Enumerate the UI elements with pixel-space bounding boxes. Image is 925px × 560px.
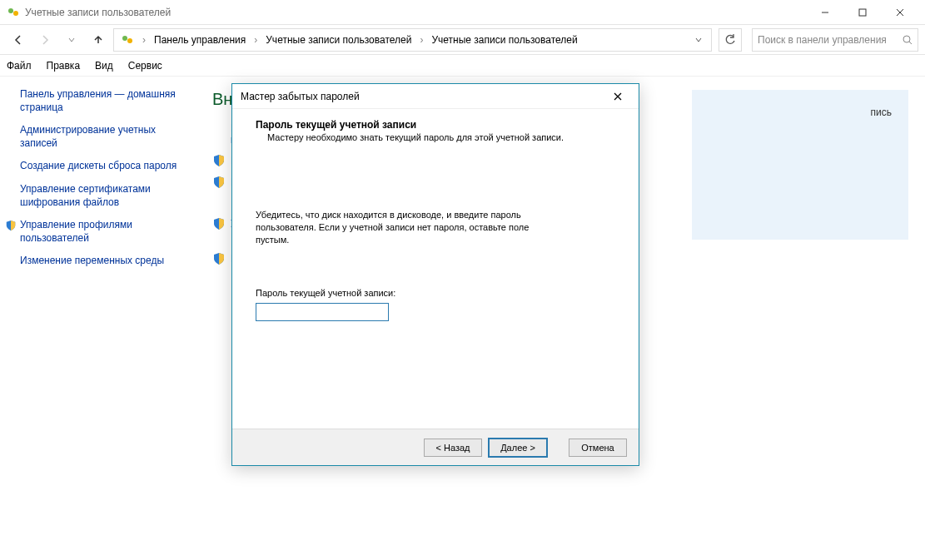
- search-icon: [903, 35, 913, 45]
- forward-button[interactable]: [33, 28, 57, 52]
- shield-icon: [5, 220, 17, 231]
- sidebar-item-reset-disk[interactable]: Создание дискеты сброса пароля: [20, 160, 187, 173]
- forgotten-password-wizard-dialog: Мастер забытых паролей Пароль текущей уч…: [231, 83, 639, 466]
- breadcrumb-item[interactable]: Учетные записи пользователей: [262, 32, 415, 47]
- svg-point-0: [8, 8, 13, 13]
- user-accounts-icon: [121, 33, 134, 47]
- svg-point-8: [903, 36, 910, 42]
- sidebar-item-admin[interactable]: Администрирование учетных записей: [20, 124, 187, 150]
- refresh-button[interactable]: [719, 28, 742, 52]
- user-accounts-icon: [7, 6, 20, 19]
- cancel-button[interactable]: Отмена: [569, 439, 627, 457]
- svg-line-9: [909, 42, 912, 44]
- shield-icon: [212, 176, 226, 189]
- dialog-footer: < Назад Далее > Отмена: [232, 429, 639, 465]
- account-info-panel: пись: [692, 90, 908, 240]
- menu-service[interactable]: Сервис: [128, 60, 162, 72]
- svg-point-1: [13, 11, 18, 16]
- maximize-button[interactable]: [843, 1, 881, 24]
- window-title: Учетные записи пользователей: [25, 7, 806, 18]
- password-input[interactable]: [256, 303, 389, 321]
- close-button[interactable]: [881, 1, 918, 24]
- svg-point-6: [122, 36, 127, 41]
- breadcrumb-item[interactable]: Панель управления: [151, 32, 249, 47]
- back-button[interactable]: < Назад: [424, 439, 482, 457]
- shield-icon: [212, 217, 226, 230]
- menu-bar: Файл Правка Вид Сервис: [0, 55, 925, 77]
- sidebar-item-profiles[interactable]: Управление профилями пользователей: [5, 219, 187, 245]
- account-type-label: пись: [709, 107, 892, 118]
- sidebar-item-certificates[interactable]: Управление сертификатами шифрования файл…: [20, 183, 187, 209]
- search-placeholder: Поиск в панели управления: [758, 34, 887, 46]
- chevron-right-icon[interactable]: ›: [141, 34, 147, 46]
- breadcrumb[interactable]: › Панель управления › Учетные записи пол…: [113, 28, 712, 52]
- sidebar-item-home[interactable]: Панель управления — домашняя страница: [20, 88, 187, 114]
- menu-view[interactable]: Вид: [95, 60, 113, 72]
- recent-dropdown[interactable]: [60, 28, 83, 52]
- chevron-right-icon[interactable]: ›: [418, 34, 425, 46]
- svg-point-7: [127, 38, 132, 43]
- up-button[interactable]: [87, 28, 110, 52]
- dialog-instruction: Убедитесь, что диск находится в дисковод…: [256, 209, 530, 246]
- chevron-right-icon[interactable]: ›: [252, 34, 259, 46]
- password-field-label: Пароль текущей учетной записи:: [256, 288, 615, 298]
- next-button[interactable]: Далее >: [489, 439, 547, 457]
- dialog-heading: Пароль текущей учетной записи: [256, 119, 615, 131]
- search-input[interactable]: Поиск в панели управления: [752, 28, 918, 52]
- sidebar: Панель управления — домашняя страница Ад…: [0, 77, 196, 560]
- dialog-title: Мастер забытых паролей: [241, 91, 605, 102]
- dialog-subtitle: Мастеру необходимо знать текущий пароль …: [267, 132, 615, 142]
- svg-rect-3: [859, 9, 866, 16]
- chevron-down-icon[interactable]: [694, 36, 703, 44]
- shield-icon: [212, 154, 226, 167]
- breadcrumb-item[interactable]: Учетные записи пользователей: [428, 32, 580, 47]
- sidebar-item-label: Управление профилями пользователей: [20, 219, 132, 244]
- menu-edit[interactable]: Правка: [47, 60, 81, 72]
- back-button[interactable]: [7, 28, 30, 52]
- minimize-button[interactable]: [806, 1, 843, 24]
- dialog-titlebar[interactable]: Мастер забытых паролей: [232, 84, 639, 109]
- window-titlebar: Учетные записи пользователей: [0, 0, 925, 25]
- navigation-bar: › Панель управления › Учетные записи пол…: [0, 25, 925, 55]
- sidebar-item-env[interactable]: Изменение переменных среды: [20, 255, 187, 268]
- shield-icon: [212, 252, 226, 265]
- dialog-close-button[interactable]: [605, 87, 630, 107]
- menu-file[interactable]: Файл: [7, 60, 32, 72]
